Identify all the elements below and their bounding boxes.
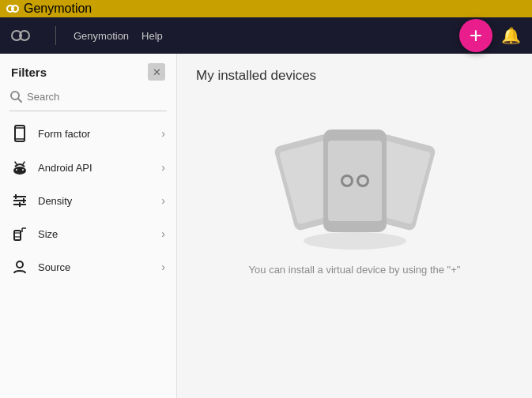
filters-title: Filters (11, 66, 47, 79)
titlebar-title: Genymotion (24, 2, 92, 16)
android-api-chevron-icon: › (161, 161, 165, 174)
svg-rect-18 (14, 231, 21, 240)
notification-icon[interactable]: 🔔 (501, 26, 521, 45)
filter-item-source[interactable]: Source › (0, 250, 176, 283)
screen-circle-left (341, 175, 353, 187)
filter-label-android-api: Android API (38, 162, 152, 174)
filter-label-source: Source (38, 261, 152, 273)
content-title: My installed devices (196, 68, 316, 84)
svg-line-10 (15, 162, 17, 164)
size-chevron-icon: › (161, 227, 165, 240)
search-input[interactable] (27, 91, 167, 103)
size-icon (11, 226, 28, 242)
search-box (9, 90, 167, 103)
filter-item-density[interactable]: Density › (0, 184, 176, 217)
form-factor-chevron-icon: › (161, 127, 165, 140)
svg-point-9 (22, 169, 24, 171)
svg-line-3 (18, 99, 21, 102)
search-icon (9, 90, 22, 103)
phone-shadow (304, 232, 406, 250)
phone-screen (328, 141, 382, 221)
content-area: My installed devices You can install a v… (177, 54, 532, 398)
filter-item-android-api[interactable]: Android API › (0, 151, 176, 184)
filter-label-size: Size (38, 228, 152, 240)
search-underline (9, 111, 167, 111)
app-logo (11, 30, 30, 41)
source-icon (11, 259, 28, 275)
devices-illustration (196, 123, 513, 250)
filters-clear-button[interactable]: ✕ (148, 63, 165, 81)
source-chevron-icon: › (161, 261, 165, 273)
filter-label-form-factor: Form factor (38, 128, 152, 140)
sidebar: Filters ✕ Form (0, 54, 177, 398)
svg-point-8 (16, 169, 17, 171)
menubar-divider (55, 26, 56, 45)
titlebar-logo-icon (6, 2, 19, 15)
phone-group (276, 123, 434, 250)
density-icon (11, 193, 28, 208)
svg-point-7 (13, 167, 26, 175)
phone-center (323, 130, 387, 232)
empty-message: You can install a virtual device by usin… (196, 264, 513, 276)
form-factor-icon (11, 125, 28, 142)
filter-item-size[interactable]: Size › (0, 217, 176, 250)
titlebar: Genymotion (0, 0, 532, 17)
android-icon (11, 160, 28, 175)
screen-circle-right (357, 175, 369, 187)
main-layout: Filters ✕ Form (0, 54, 532, 398)
filters-header: Filters ✕ (0, 54, 176, 87)
filter-item-form-factor[interactable]: Form factor › (0, 116, 176, 151)
add-device-button[interactable]: + (459, 19, 492, 52)
logo-circle-right (19, 30, 30, 41)
filter-label-density: Density (38, 195, 152, 207)
density-chevron-icon: › (161, 194, 165, 207)
menubar: Genymotion Help + 🔔 (0, 17, 532, 54)
menu-genymotion[interactable]: Genymotion (67, 30, 135, 42)
menu-help[interactable]: Help (135, 30, 169, 42)
svg-line-11 (23, 162, 25, 164)
svg-point-23 (17, 261, 23, 268)
